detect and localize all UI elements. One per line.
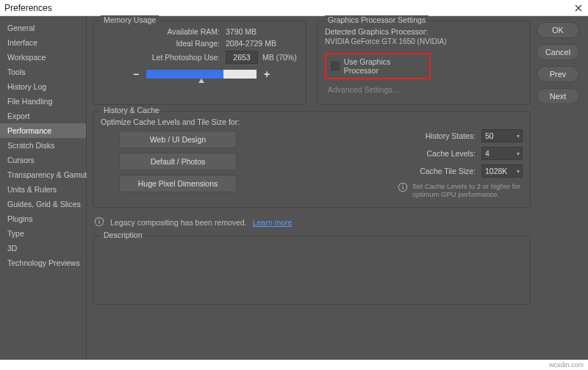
preset-default-photos-button[interactable]: Default / Photos	[119, 153, 237, 170]
detected-gpu-label: Detected Graphics Processor:	[325, 27, 523, 36]
svg-rect-1	[402, 186, 403, 189]
svg-point-2	[402, 184, 404, 186]
sidebar-item-technology-previews[interactable]: Technology Previews	[0, 255, 86, 270]
sidebar: General Interface Workspace Tools Histor…	[0, 16, 87, 360]
close-icon[interactable]	[573, 3, 584, 13]
gpu-legend: Graphics Processor Settings	[325, 15, 429, 24]
cache-levels-label: Cache Levels:	[426, 149, 476, 158]
memory-slider-thumb[interactable]	[198, 79, 204, 83]
memory-usage-panel: Memory Usage Available RAM: 3790 MB Idea…	[93, 21, 306, 105]
svg-point-5	[98, 219, 100, 220]
sidebar-item-tools[interactable]: Tools	[0, 65, 86, 79]
footer-watermark: wcxdin.com	[0, 360, 588, 370]
memory-legend: Memory Usage	[101, 15, 159, 24]
cancel-button[interactable]: Cancel	[537, 44, 579, 60]
preset-huge-pixel-button[interactable]: Huge Pixel Dimensions	[119, 175, 237, 192]
info-icon	[398, 182, 408, 194]
sidebar-item-file-handling[interactable]: File Handling	[0, 94, 86, 109]
chevron-down-icon: ▾	[517, 150, 522, 157]
description-panel: Description	[93, 236, 531, 305]
sidebar-item-guides-grid-slices[interactable]: Guides, Grid & Slices	[0, 197, 86, 211]
svg-rect-4	[98, 221, 99, 224]
available-ram-label: Available RAM:	[101, 27, 226, 36]
client-area: General Interface Workspace Tools Histor…	[0, 16, 588, 360]
ideal-range-value: 2084-2729 MB	[226, 39, 276, 48]
memory-increase-button[interactable]: +	[262, 68, 271, 80]
memory-decrease-button[interactable]: −	[132, 68, 140, 80]
sidebar-item-transparency-gamut[interactable]: Transparency & Gamut	[0, 167, 86, 182]
legacy-text: Legacy compositing has been removed.	[110, 218, 247, 227]
sidebar-item-workspace[interactable]: Workspace	[0, 50, 86, 65]
advanced-settings-button[interactable]: Advanced Settings...	[325, 84, 523, 95]
use-gpu-label[interactable]: Use Graphics Processor	[344, 57, 425, 75]
memory-slider[interactable]	[146, 70, 257, 79]
sidebar-item-cursors[interactable]: Cursors	[0, 153, 86, 167]
history-cache-panel: History & Cache Optimize Cache Levels an…	[93, 111, 531, 208]
sidebar-item-3d[interactable]: 3D	[0, 241, 86, 255]
history-states-value: 50	[485, 131, 494, 140]
next-button[interactable]: Next	[537, 88, 579, 104]
sidebar-item-units-rulers[interactable]: Units & Rulers	[0, 182, 86, 197]
chevron-down-icon: ▾	[517, 133, 522, 139]
sidebar-item-scratch-disks[interactable]: Scratch Disks	[0, 138, 86, 153]
cache-tile-size-label: Cache Tile Size:	[420, 167, 476, 175]
legacy-compositing-row: Legacy compositing has been removed. Lea…	[93, 214, 531, 230]
description-legend: Description	[101, 231, 146, 239]
chevron-down-icon: ▾	[517, 168, 522, 175]
preferences-window: Preferences General Interface Workspace …	[0, 0, 588, 370]
titlebar: Preferences	[0, 0, 588, 16]
dialog-buttons: OK Cancel Prev Next	[537, 21, 582, 360]
sidebar-item-general[interactable]: General	[0, 21, 86, 35]
cache-tile-size-select[interactable]: 1028K ▾	[481, 164, 523, 178]
sidebar-item-type[interactable]: Type	[0, 226, 86, 241]
sidebar-item-plugins[interactable]: Plugins	[0, 211, 86, 226]
sidebar-item-history-log[interactable]: History Log	[0, 79, 86, 94]
cache-levels-value: 4	[485, 149, 490, 158]
detected-gpu-value: NVIDIA GeForce GTX 1650 (NVIDIA)	[325, 37, 523, 46]
history-states-select[interactable]: 50 ▾	[481, 129, 523, 142]
optimize-label: Optimize Cache Levels and Tile Size for:	[101, 117, 255, 126]
use-gpu-highlight: Use Graphics Processor	[325, 53, 431, 79]
gpu-settings-panel: Graphics Processor Settings Detected Gra…	[317, 21, 531, 105]
let-photoshop-use-input[interactable]	[226, 51, 258, 64]
ok-button[interactable]: OK	[537, 22, 579, 38]
memory-slider-fill	[146, 70, 223, 79]
available-ram-value: 3790 MB	[226, 27, 257, 36]
info-icon	[94, 217, 104, 228]
learn-more-link[interactable]: Learn more	[253, 218, 293, 227]
main-column: Memory Usage Available RAM: 3790 MB Idea…	[93, 21, 531, 360]
preset-web-ui-button[interactable]: Web / UI Design	[119, 131, 237, 148]
let-photoshop-use-label: Let Photoshop Use:	[101, 53, 226, 62]
content: Memory Usage Available RAM: 3790 MB Idea…	[87, 16, 588, 360]
cache-hint-text: Set Cache Levels to 2 or higher for opti…	[412, 182, 523, 198]
sidebar-item-export[interactable]: Export	[0, 109, 86, 123]
history-states-label: History States:	[426, 131, 476, 140]
cache-levels-select[interactable]: 4 ▾	[481, 147, 523, 160]
window-title: Preferences	[4, 3, 52, 13]
prev-button[interactable]: Prev	[537, 66, 579, 82]
history-legend: History & Cache	[101, 106, 162, 115]
use-gpu-checkbox[interactable]	[331, 62, 340, 70]
cache-tile-size-value: 1028K	[485, 167, 507, 175]
ideal-range-label: Ideal Range:	[101, 39, 226, 48]
let-photoshop-use-suffix: MB (70%)	[262, 53, 297, 62]
sidebar-item-interface[interactable]: Interface	[0, 35, 86, 50]
sidebar-item-performance[interactable]: Performance	[0, 123, 86, 138]
